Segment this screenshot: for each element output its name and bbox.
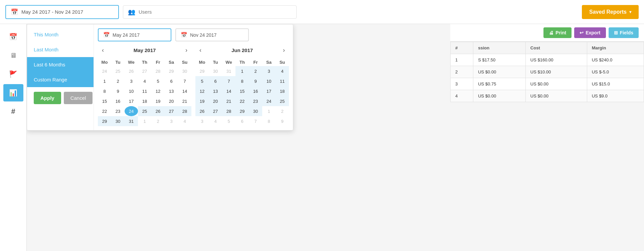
cal-day-cell[interactable]: 20 — [165, 96, 178, 106]
sidebar-item-hash[interactable]: # — [3, 103, 23, 120]
cal-day-cell[interactable]: 11 — [276, 76, 289, 86]
fields-button[interactable]: ⊞ Fields — [609, 27, 639, 38]
sidebar-item-chart[interactable]: 📊 — [3, 84, 23, 101]
start-date-input[interactable]: 📅 May 24 2017 — [98, 28, 171, 41]
left-cal-grid: MoTuWeThFrSaSu 2425262728293012345678910… — [98, 58, 191, 126]
right-next-button[interactable]: › — [280, 45, 288, 55]
cal-day-cell[interactable]: 25 — [276, 96, 289, 106]
cal-day-cell[interactable]: 22 — [235, 96, 249, 106]
cal-day-cell[interactable]: 16 — [249, 86, 262, 96]
cal-day-cell[interactable]: 25 — [138, 106, 151, 116]
cal-day-cell[interactable]: 8 — [98, 86, 111, 96]
preset-last-month[interactable]: Last Month — [27, 42, 94, 57]
sidebar: 📅 🖥 🚩 📊 # — [0, 24, 27, 251]
cal-day-cell[interactable]: 5 — [151, 76, 165, 86]
cal-day-cell[interactable]: 18 — [138, 96, 151, 106]
cal-day-cell[interactable]: 19 — [151, 96, 165, 106]
cal-day-cell[interactable]: 10 — [262, 76, 276, 86]
saved-reports-button[interactable]: Saved Reports ▾ — [582, 5, 639, 19]
cal-day-cell[interactable]: 9 — [249, 76, 262, 86]
cal-day-cell[interactable]: 15 — [235, 86, 249, 96]
cal-day-cell[interactable]: 7 — [222, 76, 235, 86]
cal-day-cell[interactable]: 7 — [178, 76, 191, 86]
sidebar-item-calendar[interactable]: 📅 — [3, 28, 23, 45]
cal-day-cell[interactable]: 12 — [195, 86, 209, 96]
cal-day-cell[interactable]: 31 — [125, 116, 138, 126]
col-header-margin: Margin — [587, 42, 644, 54]
sidebar-item-flag[interactable]: 🚩 — [3, 65, 23, 83]
cal-day-cell[interactable]: 14 — [222, 86, 235, 96]
cal-day-cell[interactable]: 24 — [262, 96, 276, 106]
cell-ssion: US $0.00 — [473, 66, 526, 78]
cal-day-cell[interactable]: 23 — [111, 106, 125, 116]
cal-day-cell[interactable]: 4 — [138, 76, 151, 86]
cal-day-cell[interactable]: 23 — [249, 96, 262, 106]
cal-day-cell[interactable]: 13 — [165, 86, 178, 96]
cal-day-cell[interactable]: 24 — [125, 106, 138, 116]
cal-day-cell[interactable]: 6 — [165, 76, 178, 86]
cal-day-cell[interactable]: 21 — [222, 96, 235, 106]
cal-day-cell[interactable]: 8 — [235, 76, 249, 86]
cal-day-cell[interactable]: 17 — [125, 96, 138, 106]
cal-day-cell[interactable]: 16 — [111, 96, 125, 106]
cal-day-cell[interactable]: 14 — [178, 86, 191, 96]
sidebar-item-monitor[interactable]: 🖥 — [3, 47, 23, 64]
cal-day-cell[interactable]: 26 — [151, 106, 165, 116]
cal-day-cell[interactable]: 15 — [98, 96, 111, 106]
cal-day-cell: 26 — [125, 66, 138, 76]
cancel-button[interactable]: Cancel — [64, 92, 93, 104]
cal-day-cell[interactable]: 27 — [209, 106, 222, 116]
cal-day-cell[interactable]: 9 — [111, 86, 125, 96]
cal-day-cell[interactable]: 10 — [125, 86, 138, 96]
calendar-sidebar-icon: 📅 — [9, 33, 17, 41]
cal-day-cell[interactable]: 11 — [138, 86, 151, 96]
date-picker-dropdown: This Month Last Month Last 6 Months Cust… — [27, 24, 293, 131]
cal-day-cell[interactable]: 6 — [209, 76, 222, 86]
cal-day-cell[interactable]: 29 — [98, 116, 111, 126]
cal-day-cell[interactable]: 30 — [249, 106, 262, 116]
cal-day-cell[interactable]: 3 — [125, 76, 138, 86]
export-button[interactable]: ↩ Export — [574, 27, 606, 38]
cal-day-cell[interactable]: 2 — [111, 76, 125, 86]
cal-day-cell[interactable]: 19 — [195, 96, 209, 106]
cal-day-cell[interactable]: 3 — [262, 66, 276, 76]
cal-day-cell[interactable]: 28 — [222, 106, 235, 116]
cal-day-header: Fr — [151, 58, 165, 66]
cal-day-header: We — [222, 58, 235, 66]
end-date-input[interactable]: 📅 Nov 24 2017 — [175, 28, 249, 41]
preset-this-month[interactable]: This Month — [27, 27, 94, 42]
apply-cancel-area: Apply Cancel — [27, 87, 94, 109]
cal-day-cell[interactable]: 17 — [262, 86, 276, 96]
cal-day-cell: 2 — [276, 106, 289, 116]
cal-day-cell[interactable]: 4 — [276, 66, 289, 76]
left-prev-button[interactable]: ‹ — [99, 45, 107, 55]
preset-last-6-months[interactable]: Last 6 Months — [27, 57, 94, 72]
cal-day-cell[interactable]: 12 — [151, 86, 165, 96]
end-cal-icon: 📅 — [181, 32, 187, 38]
cal-day-cell[interactable]: 18 — [276, 86, 289, 96]
print-button[interactable]: 🖨 Print — [543, 27, 572, 38]
cal-day-cell[interactable]: 20 — [209, 96, 222, 106]
cal-day-cell[interactable]: 26 — [195, 106, 209, 116]
cal-day-cell[interactable]: 21 — [178, 96, 191, 106]
cal-day-cell[interactable]: 1 — [98, 76, 111, 86]
cell-cost: US $160.00 — [525, 54, 587, 66]
cal-day-cell: 29 — [165, 66, 178, 76]
right-prev-button[interactable]: ‹ — [197, 45, 204, 55]
date-range-input[interactable]: 📅 May 24 2017 - Nov 24 2017 — [5, 5, 119, 19]
users-search-input[interactable] — [139, 9, 292, 15]
cal-day-cell[interactable]: 1 — [235, 66, 249, 76]
cal-day-cell[interactable]: 5 — [195, 76, 209, 86]
left-next-button[interactable]: › — [183, 45, 190, 55]
cal-day-cell[interactable]: 27 — [165, 106, 178, 116]
cal-day-cell[interactable]: 13 — [209, 86, 222, 96]
preset-custom-range[interactable]: Custom Range — [27, 72, 94, 87]
cal-day-cell[interactable]: 29 — [235, 106, 249, 116]
cal-day-header: Tu — [111, 58, 125, 66]
cal-day-cell[interactable]: 30 — [111, 116, 125, 126]
cal-day-cell[interactable]: 22 — [98, 106, 111, 116]
cal-day-cell: 8 — [262, 116, 276, 126]
apply-button[interactable]: Apply — [34, 92, 61, 104]
cal-day-cell[interactable]: 28 — [178, 106, 191, 116]
cal-day-cell[interactable]: 2 — [249, 66, 262, 76]
